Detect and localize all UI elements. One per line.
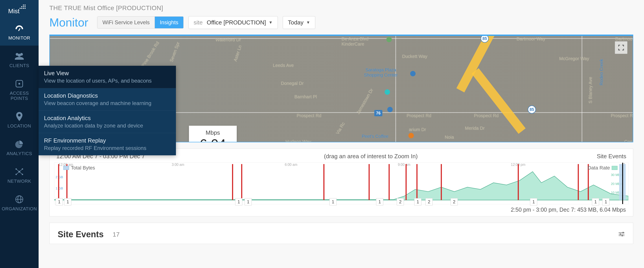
pie-chart-icon bbox=[14, 140, 25, 149]
nav-organization[interactable]: ORGANIZATION bbox=[0, 189, 38, 216]
event-marker[interactable]: 2 bbox=[426, 198, 432, 206]
flyout-desc: Replay recorded RF Environment sessions bbox=[44, 145, 170, 151]
flyout-location-diagnostics[interactable]: Location Diagnostics View beacon coverag… bbox=[38, 88, 176, 111]
nav-label: ORGANIZATION bbox=[2, 206, 37, 212]
event-marker[interactable]: 1 bbox=[414, 198, 422, 206]
map-marker-icon bbox=[410, 71, 416, 76]
chart-right-label: Site Events bbox=[597, 153, 626, 160]
network-icon bbox=[14, 167, 25, 176]
map-road-label: Via Rc bbox=[335, 121, 346, 135]
flyout-rf-replay[interactable]: RF Environment Replay Replay recorded RF… bbox=[38, 133, 176, 155]
legend-label: Total Bytes bbox=[71, 165, 95, 171]
nav-label: ACCESS POINTS bbox=[2, 91, 36, 101]
chart-svg: 12:00 am 3:00 am 6:00 am 9:00 am 12:00 p… bbox=[54, 163, 628, 204]
toolbar: Monitor WiFi Service Levels Insights sit… bbox=[38, 14, 644, 34]
svg-text:2 GB: 2 GB bbox=[56, 175, 63, 179]
svg-text:1 GB: 1 GB bbox=[56, 186, 63, 190]
chart-hint: (drag an area of interest to Zoom In) bbox=[324, 153, 418, 160]
event-marker[interactable]: 1 bbox=[592, 198, 599, 206]
svg-point-1 bbox=[24, 4, 26, 6]
svg-point-7 bbox=[23, 8, 24, 9]
event-marker[interactable]: 1 bbox=[330, 198, 336, 206]
nav-monitor[interactable]: MONITOR bbox=[0, 18, 38, 46]
svg-point-16 bbox=[18, 114, 21, 116]
map-road-label: Leeds Ave bbox=[273, 63, 294, 68]
svg-text:6:00 am: 6:00 am bbox=[285, 163, 297, 166]
nav-analytics[interactable]: ANALYTICS bbox=[0, 134, 38, 161]
map-marker-icon bbox=[384, 89, 390, 95]
flyout-desc: View the location of users, APs, and bea… bbox=[44, 78, 170, 84]
svg-rect-10 bbox=[18, 28, 20, 31]
chevron-down-icon: ▼ bbox=[268, 20, 273, 25]
event-marker[interactable]: 1 bbox=[602, 198, 610, 206]
fullscreen-icon bbox=[618, 44, 624, 51]
sidebar: Mist MONITOR CLIENTS ACCESS POINTS bbox=[0, 0, 38, 268]
event-marker[interactable]: 1 bbox=[235, 198, 242, 206]
event-marker[interactable]: 1 bbox=[64, 198, 71, 206]
nav-clients[interactable]: CLIENTS bbox=[0, 46, 38, 73]
map-road-label: Seven Spr bbox=[169, 41, 181, 63]
flyout-title: Live View bbox=[44, 70, 170, 77]
svg-point-0 bbox=[23, 4, 24, 6]
flyout-desc: View beacon coverage and machine learnin… bbox=[44, 100, 170, 106]
route-shield-icon: 85 bbox=[528, 106, 536, 114]
event-marker[interactable]: 1 bbox=[376, 198, 383, 206]
svg-point-4 bbox=[24, 6, 26, 8]
chart-hover-details: 2:50 pm - 3:00 pm, Dec 7: 453 MB, 6.04 M… bbox=[54, 204, 628, 214]
throughput-metric: Mbps 6.04 bbox=[189, 126, 237, 142]
globe-icon bbox=[14, 194, 25, 204]
event-marker[interactable]: 1 bbox=[530, 198, 537, 206]
flyout-title: Location Analytics bbox=[44, 115, 170, 122]
flyout-live-view[interactable]: Live View View the location of users, AP… bbox=[38, 66, 176, 88]
svg-line-23 bbox=[19, 169, 22, 172]
route-shield-icon: 85 bbox=[481, 34, 489, 43]
time-range-selector[interactable]: Today ▼ bbox=[283, 16, 315, 29]
map-road-label: Barnhart Pl bbox=[294, 94, 317, 100]
flyout-title: RF Environment Replay bbox=[44, 137, 170, 144]
legend-total-bytes: Total Bytes bbox=[63, 165, 95, 171]
svg-point-13 bbox=[18, 54, 21, 57]
legend-swatch-icon bbox=[63, 166, 69, 170]
site-selector[interactable]: site Office [PRODUCTION] ▼ bbox=[188, 16, 278, 29]
svg-text:Mist: Mist bbox=[8, 8, 20, 14]
map-road-label: Aster Ln bbox=[233, 45, 243, 62]
breadcrumb: THE TRUE Mist Office [PRODUCTION] bbox=[38, 0, 644, 14]
event-marker[interactable]: 1 bbox=[244, 198, 252, 206]
legend-label: Data Rate bbox=[588, 165, 610, 171]
svg-point-60 bbox=[620, 234, 621, 235]
view-segmented-control: WiFi Service Levels Insights bbox=[97, 16, 183, 28]
fullscreen-button[interactable] bbox=[615, 41, 628, 54]
location-submenu: Live View View the location of users, AP… bbox=[38, 66, 176, 155]
flyout-title: Location Diagnostics bbox=[44, 92, 170, 99]
gauge-icon bbox=[14, 24, 25, 33]
site-value: Office [PRODUCTION] bbox=[207, 19, 266, 26]
map-marker-icon bbox=[387, 107, 393, 112]
chart-area[interactable]: Total Bytes Data Rate 12:00 am 3:00 am 6… bbox=[54, 162, 628, 204]
event-marker[interactable]: 2 bbox=[450, 198, 458, 206]
map-marker-icon bbox=[408, 133, 414, 138]
flyout-location-analytics[interactable]: Location Analytics Analyze location data… bbox=[38, 111, 176, 133]
svg-point-3 bbox=[23, 6, 24, 8]
nav-network[interactable]: NETWORK bbox=[0, 161, 38, 189]
tab-wifi-service-levels[interactable]: WiFi Service Levels bbox=[98, 16, 154, 28]
tab-insights[interactable]: Insights bbox=[154, 16, 183, 28]
metric-value: 6.04 bbox=[200, 136, 226, 142]
filter-settings-button[interactable] bbox=[618, 232, 625, 238]
svg-point-2 bbox=[21, 6, 22, 8]
site-events-title: Site Events bbox=[58, 230, 104, 239]
map-poi-label: Peet's Coffee bbox=[362, 134, 388, 139]
event-marker[interactable]: 2 bbox=[397, 198, 404, 206]
map-road-label: Dartmoor Way bbox=[615, 36, 633, 42]
svg-text:9:00 am: 9:00 am bbox=[398, 163, 410, 166]
svg-point-8 bbox=[24, 8, 26, 9]
svg-line-24 bbox=[16, 172, 19, 174]
map-road-label: Rodeo Creek bbox=[599, 59, 604, 86]
map-road-label: S Blaney Ave bbox=[588, 77, 593, 104]
brand-logo: Mist bbox=[0, 0, 38, 18]
route-shield-icon: 76 bbox=[374, 110, 382, 116]
nav-access-points[interactable]: ACCESS POINTS bbox=[0, 73, 38, 106]
nav-location[interactable]: LOCATION bbox=[0, 106, 38, 134]
event-marker[interactable]: 1 bbox=[56, 198, 63, 206]
map-road-label: McGregor Way bbox=[559, 56, 589, 61]
map-road-label: Duckett Way bbox=[402, 54, 428, 59]
